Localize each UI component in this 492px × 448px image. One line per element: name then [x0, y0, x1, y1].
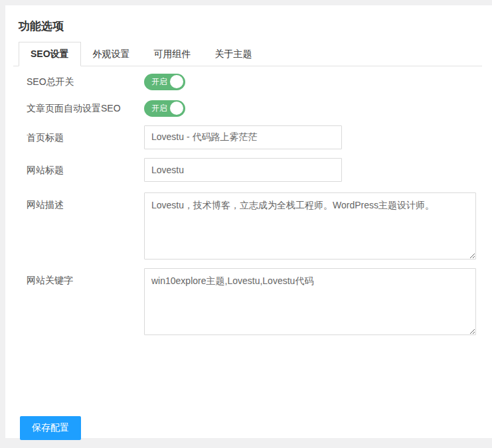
seo-switch-label: SEO总开关: [13, 76, 144, 88]
home-title-input[interactable]: [144, 125, 342, 149]
seo-settings-form: SEO总开关 开启 文章页面自动设置SEO 开启 首页标题 网站标题 网站描述 …: [13, 66, 482, 440]
toggle-knob-icon: [170, 75, 183, 88]
save-config-button[interactable]: 保存配置: [20, 416, 81, 440]
form-row-site-title: 网站标题: [13, 158, 482, 182]
auto-seo-switch-label: 文章页面自动设置SEO: [13, 102, 144, 114]
tabbar: SEO设置 外观设置 可用组件 关于主题: [13, 42, 482, 66]
tab-available-widgets[interactable]: 可用组件: [142, 42, 203, 66]
toggle-state-text: 开启: [151, 78, 167, 86]
form-row-site-description: 网站描述 Lovestu，技术博客，立志成为全栈工程师。WordPress主题设…: [13, 192, 482, 260]
site-title-input[interactable]: [144, 158, 342, 182]
site-title-label: 网站标题: [13, 158, 144, 182]
site-description-label: 网站描述: [13, 192, 144, 216]
tab-about-theme[interactable]: 关于主题: [203, 42, 264, 66]
form-row-home-title: 首页标题: [13, 125, 482, 149]
save-row: 保存配置: [13, 416, 482, 440]
home-title-label: 首页标题: [13, 125, 144, 149]
form-row-site-keywords: 网站关键字 win10explore主题,Lovestu,Lovestu代码: [13, 268, 482, 335]
toggle-state-text: 开启: [151, 104, 167, 112]
form-row-seo-switch: SEO总开关 开启: [13, 72, 482, 91]
auto-seo-toggle[interactable]: 开启: [144, 100, 185, 117]
tab-appearance-settings[interactable]: 外观设置: [81, 42, 142, 66]
theme-options-panel: 功能选项 SEO设置 外观设置 可用组件 关于主题 SEO总开关 开启 文章页面…: [5, 5, 492, 438]
seo-master-toggle[interactable]: 开启: [144, 74, 185, 90]
site-keywords-label: 网站关键字: [13, 268, 144, 292]
site-keywords-textarea[interactable]: win10explore主题,Lovestu,Lovestu代码: [144, 268, 476, 335]
tab-seo-settings[interactable]: SEO设置: [19, 42, 81, 66]
form-row-auto-seo-switch: 文章页面自动设置SEO 开启: [13, 99, 482, 117]
page-title: 功能选项: [13, 13, 482, 35]
toggle-knob-icon: [170, 102, 183, 115]
site-description-textarea[interactable]: Lovestu，技术博客，立志成为全栈工程师。WordPress主题设计师。: [144, 192, 476, 260]
